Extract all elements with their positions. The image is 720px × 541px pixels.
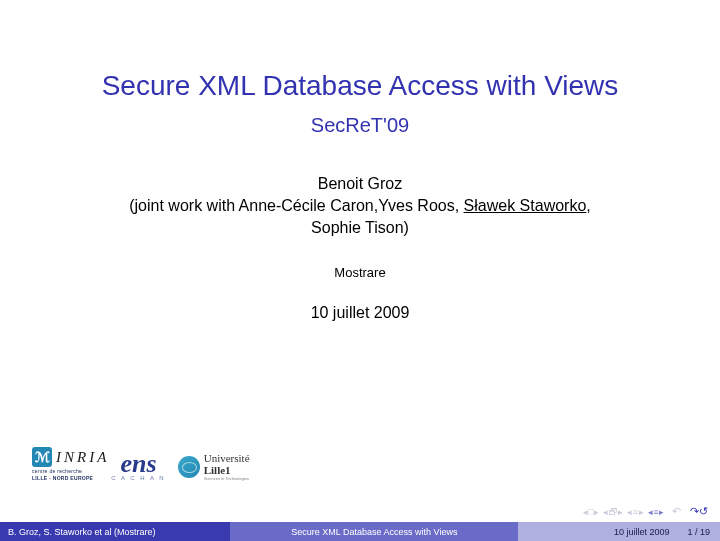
nav-redo-button[interactable]: ↷↺ bbox=[690, 505, 708, 518]
inria-centre: centre de recherche bbox=[32, 468, 82, 474]
nav-last-button[interactable]: ◂ ≡ ▸ bbox=[648, 507, 663, 517]
inria-tagline: LILLE - NORD EUROPE bbox=[32, 475, 93, 481]
footer-title: Secure XML Database Access with Views bbox=[230, 522, 518, 541]
date: 10 juillet 2009 bbox=[0, 304, 720, 322]
lille-logo: Université Lille1 Sciences et Technologi… bbox=[178, 452, 250, 481]
inria-logo: ℳ INRIA centre de recherche LILLE - NORD… bbox=[32, 447, 109, 481]
lille-bot: Lille1 bbox=[204, 464, 250, 476]
ens-sub: C A C H A N bbox=[111, 475, 165, 481]
slide: Secure XML Database Access with Views Se… bbox=[0, 0, 720, 541]
globe-icon bbox=[178, 456, 200, 478]
lille-text: Université Lille1 Sciences et Technologi… bbox=[204, 452, 250, 481]
ens-name: ens bbox=[120, 454, 156, 475]
nav-back-button[interactable]: ↶ bbox=[672, 505, 681, 518]
nav-first-button[interactable]: ◂ □ ▸ bbox=[583, 507, 598, 517]
footer-authors: B. Groz, S. Staworko et al (Mostrare) bbox=[0, 522, 230, 541]
nav-prev-button[interactable]: ◂ 🗗 ▸ bbox=[603, 507, 622, 517]
institute: Mostrare bbox=[0, 265, 720, 280]
slide-content: Secure XML Database Access with Views Se… bbox=[0, 0, 720, 322]
nav-toolbar: ◂ □ ▸ ◂ 🗗 ▸ ◂ ≡ ▸ ◂ ≡ ▸ ↶ ↷↺ bbox=[583, 505, 708, 518]
lille-sub: Sciences et Technologies bbox=[204, 476, 250, 481]
footer-right: 10 juillet 2009 1 / 19 bbox=[518, 522, 720, 541]
lille-top: Université bbox=[204, 452, 250, 464]
footer-page: 1 / 19 bbox=[687, 527, 710, 537]
footer-bar: B. Groz, S. Staworko et al (Mostrare) Se… bbox=[0, 522, 720, 541]
collab-underlined: Sławek Staworko bbox=[464, 197, 587, 214]
collaborators-line1: (joint work with Anne-Cécile Caron,Yves … bbox=[0, 197, 720, 215]
collab-prefix: (joint work with Anne-Cécile Caron,Yves … bbox=[129, 197, 463, 214]
inria-glyph-icon: ℳ bbox=[32, 447, 52, 467]
nav-next-button[interactable]: ◂ ≡ ▸ bbox=[627, 507, 642, 517]
ens-logo: ens C A C H A N bbox=[111, 454, 165, 481]
inria-logo-top: ℳ INRIA bbox=[32, 447, 109, 467]
slide-subtitle: SecReT'09 bbox=[0, 114, 720, 137]
collab-suffix: , bbox=[586, 197, 590, 214]
author-name: Benoit Groz bbox=[0, 175, 720, 193]
collaborators-line2: Sophie Tison) bbox=[0, 219, 720, 237]
slide-title: Secure XML Database Access with Views bbox=[0, 70, 720, 102]
inria-name: INRIA bbox=[56, 449, 109, 466]
logos-row: ℳ INRIA centre de recherche LILLE - NORD… bbox=[32, 447, 250, 481]
footer-date: 10 juillet 2009 bbox=[614, 527, 670, 537]
